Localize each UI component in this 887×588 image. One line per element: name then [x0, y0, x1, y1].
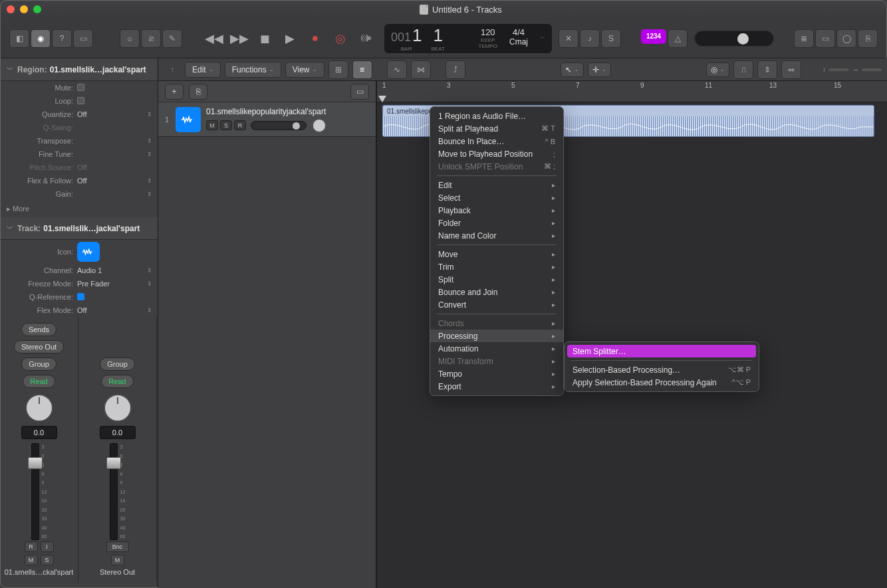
master-volume-slider[interactable]	[694, 31, 774, 47]
library-toggle-button[interactable]: ◧	[9, 29, 29, 48]
quantize-stepper[interactable]: ⇕	[147, 111, 152, 118]
menu-item[interactable]: Tempo▸	[430, 367, 563, 380]
menu-item[interactable]: Export▸	[430, 380, 563, 393]
notepad-button[interactable]: ▭	[815, 29, 835, 48]
browsers-button[interactable]: ⎘	[858, 29, 878, 48]
add-track-button[interactable]: +	[165, 84, 184, 100]
edit-menu[interactable]: Edit⌄	[185, 62, 221, 78]
transpose-stepper[interactable]: ⇕	[147, 138, 152, 144]
freeze-stepper[interactable]: ⇕	[147, 280, 152, 287]
pointer-tool[interactable]: ↖⌄	[561, 62, 584, 77]
close-window-button[interactable]	[7, 5, 15, 13]
track-icon[interactable]	[176, 107, 201, 132]
horizontal-auto-zoom-icon[interactable]: ⇔	[781, 60, 801, 79]
global-tracks-button[interactable]: ▭	[350, 84, 369, 100]
marquee-tool[interactable]: ✛⌄	[588, 62, 611, 77]
automation-icon[interactable]: ∿	[387, 60, 407, 79]
waveform-zoom-icon[interactable]: ⎍	[733, 60, 753, 79]
menu-item[interactable]: Playback▸	[430, 204, 563, 217]
snap-menu[interactable]: ◎⌄	[706, 62, 729, 77]
toolbar-toggle-button[interactable]: ▭	[73, 29, 93, 48]
flexfollow-value[interactable]: Off	[77, 177, 147, 185]
level-readout-2[interactable]: 0.0	[100, 426, 136, 439]
inspector-toggle-button[interactable]: ◉	[31, 29, 51, 48]
record-button[interactable]: ●	[303, 29, 327, 48]
more-disclosure[interactable]: ▸ More	[0, 201, 158, 217]
automation-mode-1[interactable]: Read	[23, 375, 55, 388]
pan-knob-1[interactable]	[25, 394, 53, 422]
playhead-icon[interactable]	[378, 96, 386, 102]
menu-item[interactable]: Edit▸	[430, 179, 563, 191]
horizontal-zoom-slider[interactable]: ↔	[852, 66, 882, 73]
menu-item[interactable]: Apply Selection-Based Processing Again^⌥…	[565, 376, 759, 389]
lcd-key[interactable]: Cmaj	[509, 37, 528, 47]
flex-icon[interactable]: ⋈	[411, 60, 431, 79]
zoom-window-button[interactable]	[33, 5, 41, 13]
menu-item[interactable]: Convert▸	[430, 298, 563, 311]
mixer-button[interactable]: ⎚	[141, 29, 161, 48]
tuner-button[interactable]: ♪	[580, 29, 600, 48]
output-slot[interactable]: Stereo Out	[14, 340, 64, 353]
track-inspector-header[interactable]: ﹀ Track: 01.smellslik…jackal'spart	[0, 217, 158, 240]
view-menu[interactable]: View⌄	[285, 62, 324, 78]
menu-item[interactable]: Split at Playhead⌘ T	[430, 122, 563, 135]
solo-s-button-1[interactable]: S	[41, 555, 54, 565]
loop-checkbox[interactable]	[77, 97, 84, 104]
menu-item[interactable]: Automation▸	[430, 342, 563, 355]
quantize-value[interactable]: Off	[77, 110, 147, 118]
bounce-button[interactable]: Bnc	[106, 541, 129, 552]
vertical-zoom-slider[interactable]: ↕	[823, 66, 848, 73]
menu-item[interactable]: Move to Playhead Position;	[430, 147, 563, 160]
flexmode-value[interactable]: Off	[77, 306, 147, 314]
flexfollow-stepper[interactable]: ⇕	[147, 177, 152, 184]
track-mute-button[interactable]: M	[206, 120, 218, 130]
menu-item[interactable]: Selection-Based Processing…⌥⌘ P	[565, 363, 759, 376]
finetune-stepper[interactable]: ⇕	[147, 151, 152, 157]
group-slot-2[interactable]: Group	[100, 357, 135, 371]
lcd-timesig[interactable]: 4/4	[509, 27, 528, 37]
smart-controls-button[interactable]: ☼	[120, 29, 140, 48]
gain-stepper[interactable]: ⇕	[147, 191, 152, 197]
menu-item[interactable]: Select▸	[430, 191, 563, 204]
solo-button[interactable]: S	[601, 29, 621, 48]
lcd-tempo[interactable]: 120	[479, 27, 497, 37]
quick-help-button[interactable]: ?	[52, 29, 72, 48]
pan-knob-2[interactable]	[104, 394, 132, 422]
level-readout-1[interactable]: 0.0	[21, 426, 57, 439]
region-inspector-header[interactable]: ﹀ Region: 01.smellslik…jackal'spart	[0, 58, 158, 81]
channel-stepper[interactable]: ⇕	[147, 267, 152, 274]
forward-button[interactable]: ▶▶	[227, 29, 251, 48]
menu-item[interactable]: Processing▸	[430, 330, 563, 342]
fader-1[interactable]	[31, 443, 39, 540]
play-button[interactable]: ▶	[278, 29, 302, 48]
loops-button[interactable]: ◯	[836, 29, 856, 48]
list-view-icon[interactable]: ≡	[352, 60, 372, 79]
flexmode-stepper[interactable]: ⇕	[147, 307, 152, 314]
menu-item[interactable]: 1 Region as Audio File…	[430, 110, 563, 122]
cycle-button[interactable]: ◎	[328, 29, 352, 48]
group-slot-1[interactable]: Group	[21, 357, 57, 371]
input-i-button[interactable]: I	[41, 541, 54, 552]
functions-menu[interactable]: Functions⌄	[225, 62, 281, 78]
duplicate-track-button[interactable]: ⎘	[189, 84, 207, 100]
minimize-window-button[interactable]	[20, 5, 28, 13]
region-context-menu[interactable]: 1 Region as Audio File…Split at Playhead…	[430, 106, 564, 396]
stop-button[interactable]: ◼	[253, 29, 277, 48]
track-header-1[interactable]: 1 01.smellslikepopularityjackal'spart M …	[158, 102, 376, 137]
vertical-auto-zoom-icon[interactable]: ⇕	[757, 60, 777, 79]
track-volume-slider[interactable]	[251, 121, 307, 130]
mute-m-button-1[interactable]: M	[25, 555, 38, 565]
processing-submenu[interactable]: Stem Splitter…Selection-Based Processing…	[564, 342, 759, 392]
menu-item[interactable]: Name and Color▸	[430, 229, 563, 242]
mute-checkbox[interactable]	[77, 84, 84, 91]
automation-mode-2[interactable]: Read	[101, 375, 133, 388]
list-editors-button[interactable]: ≣	[794, 29, 814, 48]
freeze-value[interactable]: Pre Fader	[77, 280, 147, 288]
metronome-button[interactable]: 🕪	[354, 29, 378, 48]
lcd-display[interactable]: 001 1 BAR 1 BEAT 120 KEEP TEMPO 4/4 Cmaj…	[384, 24, 552, 53]
back-arrow-icon[interactable]: ↑	[164, 60, 181, 79]
mute-m-button-2[interactable]: M	[111, 555, 124, 565]
lcd-disclosure-icon[interactable]: ﹀	[540, 35, 545, 42]
track-icon-tile[interactable]	[77, 242, 100, 262]
menu-item[interactable]: Split▸	[430, 273, 563, 286]
